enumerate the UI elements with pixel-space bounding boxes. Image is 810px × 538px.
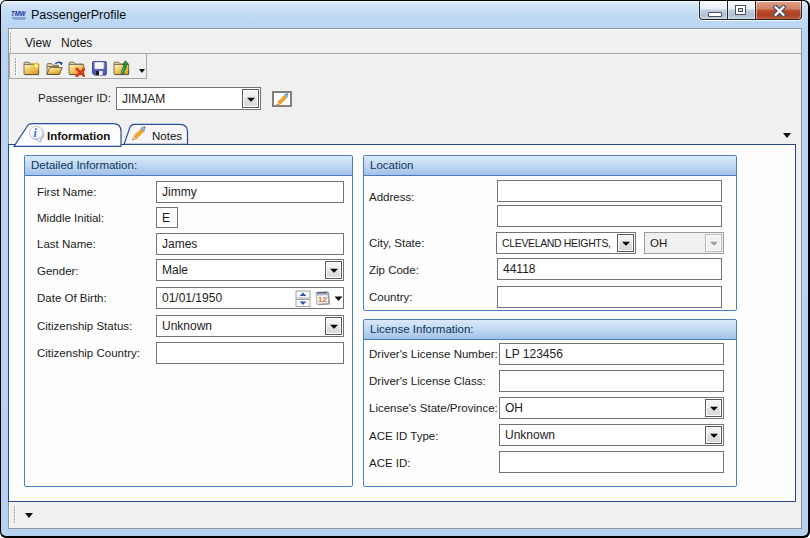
svg-text:12: 12 [318,295,327,304]
svg-text:TMW: TMW [11,9,27,18]
svg-text:Notes: Notes [152,130,182,142]
svg-text:Information: Information [47,130,110,142]
